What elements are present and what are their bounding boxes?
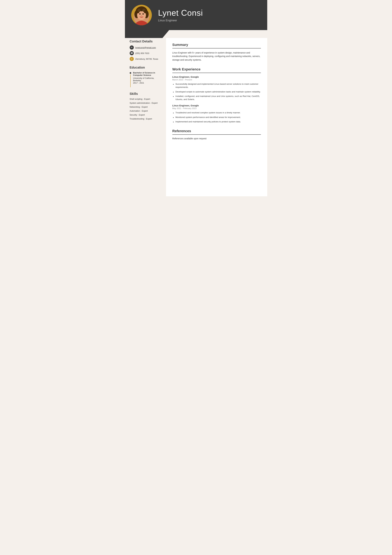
skill-item: Automation - Expert	[130, 110, 161, 112]
contact-section: Contact Details ✉ lynetconsi@gmail.com ☎…	[130, 40, 161, 61]
edu-dot	[130, 72, 131, 74]
sidebar: Contact Details ✉ lynetconsi@gmail.com ☎…	[125, 38, 166, 196]
edu-bullet	[130, 72, 131, 87]
edu-years: 2017 - 2021	[133, 82, 161, 84]
job-period: March 2023 - Present	[172, 79, 261, 81]
references-text: References available upon request	[172, 137, 261, 140]
job-bullet-item: Implemented and maintained security poli…	[172, 120, 261, 123]
references-title: References	[172, 129, 261, 135]
chevron-divider	[125, 30, 267, 38]
svg-point-8	[141, 15, 142, 16]
phone-item: ☎ (055) 959 7633	[130, 51, 161, 55]
job-title: Linux Engineer, Google	[172, 75, 261, 78]
summary-title: Summary	[172, 43, 261, 48]
location-item: ⊙ Ziemebury, 90739, Texas	[130, 57, 161, 61]
phone-value: (055) 959 7633	[135, 52, 149, 54]
job-title: Linux Engineer, Google	[172, 104, 261, 107]
header-text: Lynet Consi Linux Engineer	[158, 8, 203, 22]
skill-item: Security - Expert	[130, 114, 161, 116]
svg-point-13	[144, 10, 146, 13]
work-experience-section: Work Experience Linux Engineer, GoogleMa…	[172, 67, 261, 123]
jobs-list: Linux Engineer, GoogleMarch 2023 - Prese…	[172, 75, 261, 123]
job-bullet-item: Troubleshot and resolved complex system …	[172, 111, 261, 114]
education-section-title: Education	[130, 66, 161, 69]
job-bullet-item: Installed, configured, and maintained Li…	[172, 95, 261, 101]
avatar	[131, 5, 152, 25]
header-name: Lynet Consi	[158, 8, 203, 18]
education-item: Bachelor of Science in Computer Science …	[130, 72, 161, 87]
phone-icon: ☎	[130, 51, 134, 55]
skills-section-title: Skills	[130, 92, 161, 96]
skill-item: Troubleshooting - Expert	[130, 118, 161, 120]
email-item: ✉ lynetconsi@gmail.com	[130, 45, 161, 50]
email-icon: ✉	[130, 45, 134, 50]
svg-point-6	[139, 13, 141, 15]
svg-point-7	[143, 13, 144, 15]
job-entry: Linux Engineer, GoogleMay 2021 - Februar…	[172, 104, 261, 123]
job-entry: Linux Engineer, GoogleMarch 2023 - Prese…	[172, 75, 261, 101]
skills-list: Shell scripting - ExpertSystem administr…	[130, 98, 161, 120]
work-experience-title: Work Experience	[172, 67, 261, 73]
skill-item: Networking - Expert	[130, 106, 161, 108]
header-job-title: Linux Engineer	[158, 19, 203, 22]
edu-degree: Bachelor of Science in Computer Science	[133, 72, 161, 76]
job-bullet-item: Developed scripts to automate system adm…	[172, 90, 261, 93]
contact-section-title: Contact Details	[130, 40, 161, 43]
references-section: References References available upon req…	[172, 129, 261, 140]
email-value[interactable]: lynetconsi@gmail.com	[135, 46, 156, 49]
skill-item: Shell scripting - Expert	[130, 98, 161, 100]
main-content: Summary Linux Engineer with 5+ years of …	[166, 38, 267, 196]
header: Lynet Consi Linux Engineer	[125, 0, 267, 30]
job-bullets: Successfully designed and implemented Li…	[172, 82, 261, 101]
edu-content: Bachelor of Science in Computer Science …	[133, 72, 161, 87]
job-bullets: Troubleshot and resolved complex system …	[172, 111, 261, 123]
edu-line	[130, 74, 131, 87]
main-layout: Contact Details ✉ lynetconsi@gmail.com ☎…	[125, 38, 267, 196]
summary-text: Linux Engineer with 5+ years of experien…	[172, 51, 261, 62]
job-period: May 2021 - February 2023	[172, 107, 261, 110]
edu-university: University of California, Berkeley	[133, 77, 161, 82]
education-section: Education Bachelor of Science in Compute…	[130, 66, 161, 87]
summary-section: Summary Linux Engineer with 5+ years of …	[172, 43, 261, 62]
location-value: Ziemebury, 90739, Texas	[135, 58, 158, 60]
skill-item: System administration - Expert	[130, 102, 161, 104]
job-bullet-item: Monitored system performance and identif…	[172, 116, 261, 119]
job-bullet-item: Successfully designed and implemented Li…	[172, 82, 261, 89]
skills-section: Skills Shell scripting - ExpertSystem ad…	[130, 92, 161, 120]
location-icon: ⊙	[130, 57, 134, 61]
